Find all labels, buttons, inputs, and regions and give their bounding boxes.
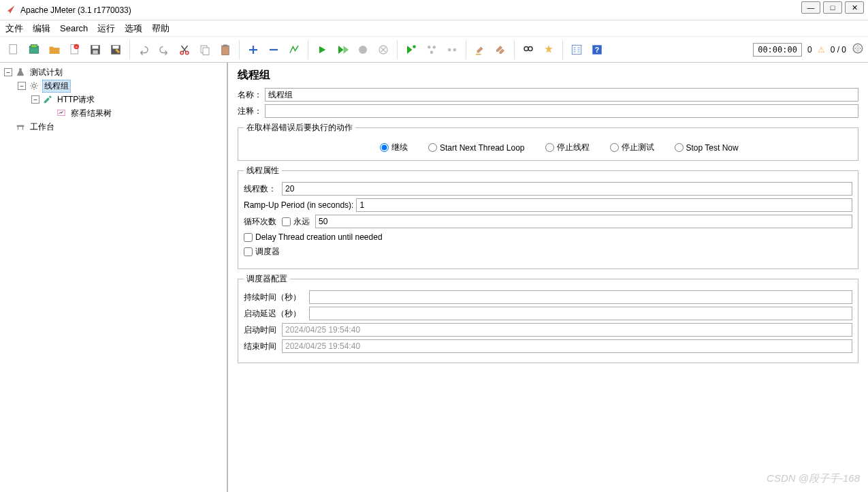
expand-status-icon[interactable] [852,42,864,57]
help-button[interactable]: ? [588,40,607,59]
scheduler-config-legend: 调度器配置 [244,273,290,285]
name-label: 名称： [238,89,262,101]
collapse-button[interactable] [264,40,283,59]
pipette-icon [42,94,53,105]
radio-stop-test[interactable]: 停止测试 [610,142,654,153]
startup-delay-label: 启动延迟（秒） [244,308,306,320]
copy-button[interactable] [195,40,214,59]
end-time-label: 结束时间 [244,341,279,352]
scheduler-checkbox[interactable] [244,247,253,256]
menu-search[interactable]: Search [60,23,88,33]
tree-toggle-icon[interactable]: – [4,68,12,76]
end-time-input [282,339,852,353]
svg-rect-0 [10,44,17,54]
tree-workbench-label: 工作台 [29,121,56,133]
window-title: Apache JMeter (3.1 r1770033) [20,5,863,15]
start-button[interactable] [312,40,332,59]
start-no-pause-button[interactable] [333,40,352,59]
loop-input[interactable] [315,215,852,228]
rampup-input[interactable] [356,198,852,212]
redo-button[interactable] [155,40,174,59]
radio-stop-now[interactable]: Stop Test Now [675,143,739,153]
menu-options[interactable]: 选项 [125,22,142,35]
start-time-input [282,323,852,337]
svg-point-26 [528,46,532,50]
svg-rect-14 [203,48,209,55]
svg-rect-33 [17,125,25,127]
close-file-button[interactable]: × [65,40,84,59]
cut-button[interactable] [175,40,194,59]
minimize-button[interactable]: — [801,1,820,14]
start-time-label: 启动时间 [244,324,279,336]
flask-icon [15,67,26,78]
tree-httprequest-label: HTTP请求 [56,94,96,106]
maximize-button[interactable]: □ [823,1,842,14]
tree-threadgroup[interactable]: – 线程组 [1,79,225,93]
reset-search-button[interactable] [539,40,558,59]
remote-start-button[interactable] [402,40,421,59]
name-input[interactable] [265,88,858,102]
forever-checkbox-label[interactable]: 永远 [282,216,310,228]
expand-button[interactable] [244,40,263,59]
close-button[interactable]: ✕ [845,1,864,14]
tree-toggle-icon[interactable]: – [18,82,26,90]
results-icon [56,108,67,119]
function-helper-button[interactable] [567,40,586,59]
search-icon-button[interactable] [519,40,538,59]
menu-edit[interactable]: 编辑 [33,22,50,35]
gear-icon [29,80,39,91]
threads-input[interactable] [282,182,852,196]
svg-rect-27 [572,45,581,55]
svg-rect-34 [18,127,18,130]
duration-input[interactable] [309,290,852,304]
toggle-button[interactable] [285,40,304,59]
tree-toggle-icon[interactable]: – [31,95,39,104]
save-button[interactable] [86,40,105,59]
stop-button[interactable] [353,40,372,59]
tree-workbench[interactable]: 工作台 [1,120,225,134]
remote-stop-button[interactable] [443,40,462,59]
tree-testplan-label: 测试计划 [29,67,64,78]
radio-stop-thread[interactable]: 停止线程 [545,142,590,153]
menu-run[interactable]: 运行 [97,22,115,35]
tree-viewresults[interactable]: 察看结果树 [1,106,225,120]
undo-button[interactable] [134,40,153,59]
svg-point-21 [433,46,436,49]
startup-delay-input[interactable] [309,307,852,320]
svg-rect-15 [222,46,229,55]
radio-start-next[interactable]: Start Next Thread Loop [428,143,525,153]
new-button[interactable] [4,40,23,59]
svg-point-24 [453,48,457,51]
shutdown-button[interactable] [374,40,393,59]
delay-creation-checkbox-label[interactable]: Delay Thread creation until needed [244,232,852,242]
warning-icon: ⚠ [818,45,825,55]
templates-button[interactable] [25,40,44,59]
tree-viewresults-label: 察看结果树 [69,108,113,119]
error-count: 0 [807,45,812,55]
svg-rect-8 [93,50,98,53]
menubar: 文件 编辑 Search 运行 选项 帮助 [0,20,868,37]
thread-props-legend: 线程属性 [244,165,282,176]
rampup-label: Ramp-Up Period (in seconds): [244,200,353,210]
menu-help[interactable]: 帮助 [152,22,170,35]
forever-checkbox[interactable] [282,217,291,226]
clear-button[interactable] [470,40,489,59]
svg-point-23 [448,48,451,51]
clear-all-button[interactable] [491,40,510,59]
comment-input[interactable] [265,104,858,118]
tree-testplan[interactable]: – 测试计划 [1,65,225,79]
delay-creation-checkbox[interactable] [244,233,253,242]
open-button[interactable] [45,40,64,59]
svg-rect-16 [223,44,227,46]
scheduler-checkbox-label[interactable]: 调度器 [244,246,852,258]
menu-file[interactable]: 文件 [5,22,23,35]
remote-start-all-button[interactable] [422,40,441,59]
svg-rect-2 [31,44,37,48]
radio-continue[interactable]: 继续 [380,142,408,153]
svg-point-22 [430,50,434,54]
save-as-button[interactable] [106,40,125,59]
thread-props-fieldset: 线程属性 线程数： Ramp-Up Period (in seconds): 循… [238,165,858,269]
paste-button[interactable] [216,40,235,59]
thread-counter: 0 / 0 [831,45,846,55]
tree-httprequest[interactable]: – HTTP请求 [1,93,225,106]
